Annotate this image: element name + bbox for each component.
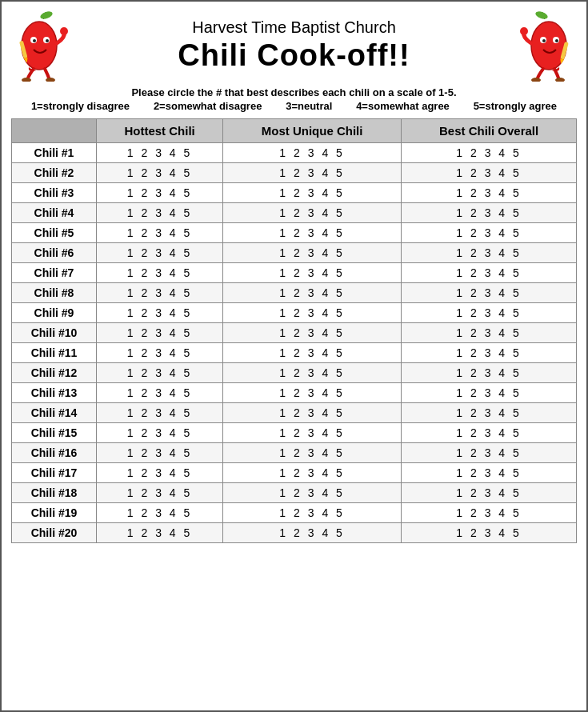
scale-row: 1=strongly disagree 2=somewhat disagree … [11, 100, 577, 112]
table-row: Chili #181 2 3 4 51 2 3 4 51 2 3 4 5 [12, 483, 577, 503]
table-row: Chili #131 2 3 4 51 2 3 4 51 2 3 4 5 [12, 383, 577, 403]
score-cell[interactable]: 1 2 3 4 5 [223, 523, 402, 543]
score-cell[interactable]: 1 2 3 4 5 [97, 503, 223, 523]
score-cell[interactable]: 1 2 3 4 5 [402, 463, 577, 483]
score-cell[interactable]: 1 2 3 4 5 [223, 163, 402, 183]
right-chili-icon [513, 10, 577, 82]
score-cell[interactable]: 1 2 3 4 5 [402, 403, 577, 423]
score-cell[interactable]: 1 2 3 4 5 [402, 483, 577, 503]
score-cell[interactable]: 1 2 3 4 5 [402, 363, 577, 383]
score-cell[interactable]: 1 2 3 4 5 [97, 243, 223, 263]
svg-point-21 [555, 78, 565, 82]
score-cell[interactable]: 1 2 3 4 5 [97, 303, 223, 323]
col-header-unique: Most Unique Chili [223, 119, 402, 143]
col-header-hottest: Hottest Chili [97, 119, 223, 143]
score-cell[interactable]: 1 2 3 4 5 [97, 263, 223, 283]
score-cell[interactable]: 1 2 3 4 5 [402, 443, 577, 463]
table-row: Chili #121 2 3 4 51 2 3 4 51 2 3 4 5 [12, 363, 577, 383]
score-cell[interactable]: 1 2 3 4 5 [97, 363, 223, 383]
score-cell[interactable]: 1 2 3 4 5 [402, 383, 577, 403]
table-row: Chili #201 2 3 4 51 2 3 4 51 2 3 4 5 [12, 523, 577, 543]
scale-3: 3=neutral [286, 100, 332, 112]
score-cell[interactable]: 1 2 3 4 5 [97, 323, 223, 343]
score-cell[interactable]: 1 2 3 4 5 [97, 183, 223, 203]
score-cell[interactable]: 1 2 3 4 5 [223, 443, 402, 463]
score-cell[interactable]: 1 2 3 4 5 [402, 423, 577, 443]
score-cell[interactable]: 1 2 3 4 5 [97, 403, 223, 423]
score-cell[interactable]: 1 2 3 4 5 [402, 283, 577, 303]
chili-label: Chili #12 [12, 363, 97, 383]
score-cell[interactable]: 1 2 3 4 5 [402, 523, 577, 543]
score-cell[interactable]: 1 2 3 4 5 [97, 483, 223, 503]
chili-label: Chili #19 [12, 503, 97, 523]
chili-label: Chili #15 [12, 423, 97, 443]
chili-label: Chili #11 [12, 343, 97, 363]
svg-point-19 [520, 27, 528, 35]
score-cell[interactable]: 1 2 3 4 5 [223, 143, 402, 163]
score-cell[interactable]: 1 2 3 4 5 [97, 443, 223, 463]
score-cell[interactable]: 1 2 3 4 5 [97, 203, 223, 223]
score-cell[interactable]: 1 2 3 4 5 [97, 383, 223, 403]
score-cell[interactable]: 1 2 3 4 5 [223, 343, 402, 363]
score-cell[interactable]: 1 2 3 4 5 [223, 363, 402, 383]
score-cell[interactable]: 1 2 3 4 5 [223, 383, 402, 403]
score-cell[interactable]: 1 2 3 4 5 [402, 223, 577, 243]
score-cell[interactable]: 1 2 3 4 5 [402, 143, 577, 163]
score-cell[interactable]: 1 2 3 4 5 [223, 183, 402, 203]
scale-2: 2=somewhat disagree [154, 100, 262, 112]
score-cell[interactable]: 1 2 3 4 5 [97, 223, 223, 243]
score-cell[interactable]: 1 2 3 4 5 [223, 463, 402, 483]
table-row: Chili #111 2 3 4 51 2 3 4 51 2 3 4 5 [12, 343, 577, 363]
score-cell[interactable]: 1 2 3 4 5 [97, 143, 223, 163]
score-cell[interactable]: 1 2 3 4 5 [223, 303, 402, 323]
table-row: Chili #141 2 3 4 51 2 3 4 51 2 3 4 5 [12, 403, 577, 423]
score-cell[interactable]: 1 2 3 4 5 [402, 303, 577, 323]
chili-label: Chili #14 [12, 403, 97, 423]
score-cell[interactable]: 1 2 3 4 5 [223, 403, 402, 423]
score-cell[interactable]: 1 2 3 4 5 [402, 163, 577, 183]
score-cell[interactable]: 1 2 3 4 5 [223, 503, 402, 523]
svg-point-8 [60, 27, 68, 35]
chili-label: Chili #5 [12, 223, 97, 243]
chili-label: Chili #1 [12, 143, 97, 163]
table-row: Chili #51 2 3 4 51 2 3 4 51 2 3 4 5 [12, 223, 577, 243]
chili-label: Chili #8 [12, 283, 97, 303]
score-cell[interactable]: 1 2 3 4 5 [97, 423, 223, 443]
score-cell[interactable]: 1 2 3 4 5 [97, 463, 223, 483]
score-cell[interactable]: 1 2 3 4 5 [223, 323, 402, 343]
svg-point-9 [22, 78, 31, 82]
score-cell[interactable]: 1 2 3 4 5 [223, 263, 402, 283]
score-cell[interactable]: 1 2 3 4 5 [223, 223, 402, 243]
score-cell[interactable]: 1 2 3 4 5 [402, 243, 577, 263]
score-cell[interactable]: 1 2 3 4 5 [402, 203, 577, 223]
scale-1: 1=strongly disagree [31, 100, 130, 112]
chili-label: Chili #10 [12, 323, 97, 343]
chili-label: Chili #18 [12, 483, 97, 503]
svg-point-10 [46, 78, 55, 82]
score-cell[interactable]: 1 2 3 4 5 [223, 483, 402, 503]
score-cell[interactable]: 1 2 3 4 5 [402, 183, 577, 203]
table-row: Chili #151 2 3 4 51 2 3 4 51 2 3 4 5 [12, 423, 577, 443]
score-cell[interactable]: 1 2 3 4 5 [97, 343, 223, 363]
score-cell[interactable]: 1 2 3 4 5 [223, 243, 402, 263]
scoring-table: Hottest Chili Most Unique Chili Best Chi… [11, 118, 577, 543]
score-cell[interactable]: 1 2 3 4 5 [223, 423, 402, 443]
score-cell[interactable]: 1 2 3 4 5 [402, 263, 577, 283]
score-cell[interactable]: 1 2 3 4 5 [402, 503, 577, 523]
table-row: Chili #61 2 3 4 51 2 3 4 51 2 3 4 5 [12, 243, 577, 263]
chili-label: Chili #6 [12, 243, 97, 263]
chili-label: Chili #17 [12, 463, 97, 483]
score-cell[interactable]: 1 2 3 4 5 [97, 163, 223, 183]
score-cell[interactable]: 1 2 3 4 5 [402, 323, 577, 343]
scale-5: 5=strongly agree [474, 100, 557, 112]
score-cell[interactable]: 1 2 3 4 5 [402, 343, 577, 363]
page: Harvest Time Baptist Church Chili Cook-o… [0, 0, 588, 712]
score-cell[interactable]: 1 2 3 4 5 [97, 283, 223, 303]
table-row: Chili #91 2 3 4 51 2 3 4 51 2 3 4 5 [12, 303, 577, 323]
svg-point-11 [534, 10, 549, 21]
score-cell[interactable]: 1 2 3 4 5 [223, 203, 402, 223]
score-cell[interactable]: 1 2 3 4 5 [97, 523, 223, 543]
header-text: Harvest Time Baptist Church Chili Cook-o… [75, 18, 513, 73]
header: Harvest Time Baptist Church Chili Cook-o… [11, 10, 577, 82]
score-cell[interactable]: 1 2 3 4 5 [223, 283, 402, 303]
